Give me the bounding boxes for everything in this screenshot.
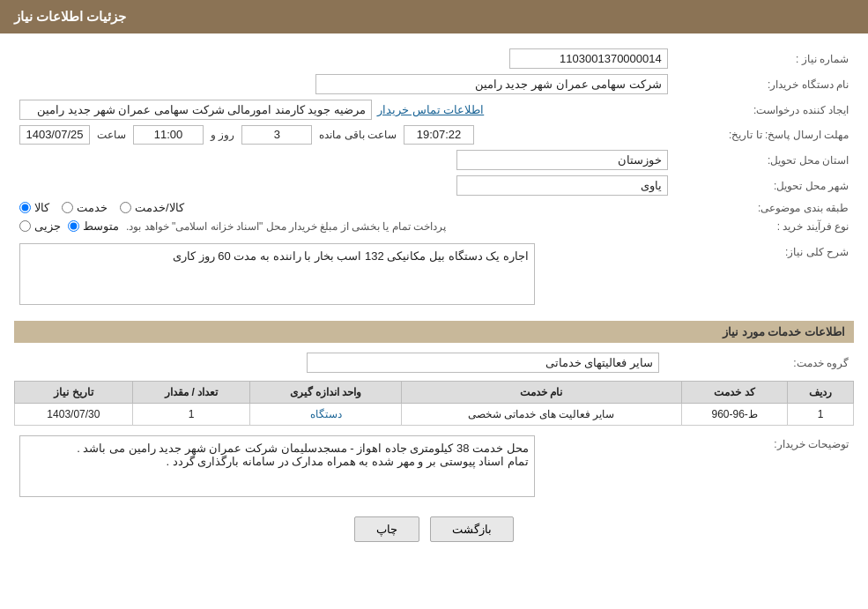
sharh-textarea[interactable] [19, 243, 535, 305]
cell-date: 1403/07/30 [15, 404, 133, 426]
day-label: روز و [211, 129, 234, 141]
ijad-konande-input: مرضیه جوید کارمند امورمالی شرکت سهامی عم… [19, 100, 372, 120]
tabaqe-label: طبقه بندی موضوعی: [673, 198, 854, 217]
nam-dastgah-input: شرکت سهامی عمران شهر جدید رامین [315, 74, 668, 94]
tabaqe-radios: کالا/خدمت خدمت کالا [14, 198, 673, 217]
ostan-value: خوزستان [14, 147, 673, 173]
ostan-label: استان محل تحویل: [673, 147, 854, 173]
page-container: جزئیات اطلاعات نیاز شماره نیاز : 1103001… [0, 0, 868, 609]
page-title: جزئیات اطلاعات نیاز [14, 9, 126, 24]
table-row: 1 ط-96-960 سایر فعالیت های خدماتی شخصی د… [15, 404, 854, 426]
services-table: ردیف کد خدمت نام خدمت واحد اندازه گیری ت… [14, 381, 854, 426]
tozihat-textarea[interactable] [19, 435, 535, 497]
ijad-konande-label: ایجاد کننده درخواست: [673, 97, 854, 123]
tozihat-label: توضیحات خریدار: [540, 433, 854, 502]
sharh-value-cell [14, 241, 540, 310]
nam-dastgah-label: نام دستگاه خریدار: [673, 71, 854, 97]
goroh-label: گروه خدمت: [664, 350, 854, 375]
tabaqe-option-khadamat[interactable]: خدمت [62, 201, 108, 214]
day-input: 3 [241, 125, 312, 145]
shahr-value: یاوی [14, 173, 673, 198]
shomara-label: شماره نیاز : [673, 46, 854, 71]
tozihat-table: توضیحات خریدار: [14, 433, 854, 502]
farayand-option-motavasset[interactable]: متوسط [68, 219, 119, 233]
print-button[interactable]: چاپ [354, 516, 419, 542]
tabaqe-option-kala-khadamat[interactable]: کالا/خدمت [120, 201, 184, 214]
top-info-table: شماره نیاز : 1103001370000014 نام دستگاه… [14, 46, 854, 235]
nooe-farayand-label: نوع فرآیند خرید : [673, 217, 854, 235]
button-row: بازگشت چاپ [14, 516, 854, 556]
shomara-input: 1103001370000014 [509, 48, 668, 69]
col-date: تاریخ نیاز [15, 382, 133, 404]
cell-code: ط-96-960 [681, 404, 787, 426]
nooe-farayand-row: پرداخت تمام یا بخشی از مبلغ خریدار محل "… [14, 217, 673, 235]
cell-count: 1 [132, 404, 250, 426]
remaining-label: ساعت باقی مانده [319, 129, 397, 141]
time-input: 11:00 [133, 125, 204, 145]
farayand-option-jozii[interactable]: جزیی [19, 219, 61, 233]
col-radif: ردیف [788, 382, 854, 404]
goroh-value-cell: سایر فعالیتهای خدماتی [14, 350, 664, 375]
content-area: شماره نیاز : 1103001370000014 نام دستگاه… [0, 33, 868, 568]
shomara-value: 1103001370000014 [14, 46, 673, 71]
date-input: 1403/07/25 [19, 125, 90, 145]
shahr-label: شهر محل تحویل: [673, 173, 854, 198]
page-header: جزئیات اطلاعات نیاز [0, 0, 868, 33]
tabaqe-option-kala[interactable]: کالا [19, 201, 49, 214]
cell-name: سایر فعالیت های خدماتی شخصی [401, 404, 681, 426]
goroh-input: سایر فعالیتهای خدماتی [307, 353, 659, 373]
mohlat-row: 19:07:22 ساعت باقی مانده 3 روز و 11:00 س… [14, 123, 673, 147]
nam-dastgah-value: شرکت سهامی عمران شهر جدید رامین [14, 71, 673, 97]
col-unit: واحد اندازه گیری [250, 382, 401, 404]
col-count: تعداد / مقدار [132, 382, 250, 404]
cell-unit: دستگاه [250, 404, 401, 426]
ostan-input: خوزستان [456, 150, 668, 170]
sharh-label: شرح کلی نیاز: [540, 241, 854, 310]
time-label: ساعت [97, 129, 126, 141]
sharh-table: شرح کلی نیاز: [14, 241, 854, 310]
shahr-input: یاوی [456, 175, 668, 196]
cell-radif: 1 [788, 404, 854, 426]
proc-note: پرداخت تمام یا بخشی از مبلغ خریدار محل "… [126, 220, 446, 233]
col-code: کد خدمت [681, 382, 787, 404]
back-button[interactable]: بازگشت [430, 516, 514, 542]
contact-info-link[interactable]: اطلاعات تماس خریدار [377, 103, 484, 116]
mohlat-label: مهلت ارسال پاسخ: تا تاریخ: [673, 123, 854, 147]
col-name: نام خدمت [401, 382, 681, 404]
khadamat-section-title: اطلاعات خدمات مورد نیاز [14, 321, 854, 343]
remaining-time-input: 19:07:22 [404, 125, 474, 145]
ijad-konande-value: اطلاعات تماس خریدار مرضیه جوید کارمند ام… [14, 97, 673, 123]
tozihat-value-cell [14, 433, 540, 502]
goroh-table: گروه خدمت: سایر فعالیتهای خدماتی [14, 350, 854, 375]
